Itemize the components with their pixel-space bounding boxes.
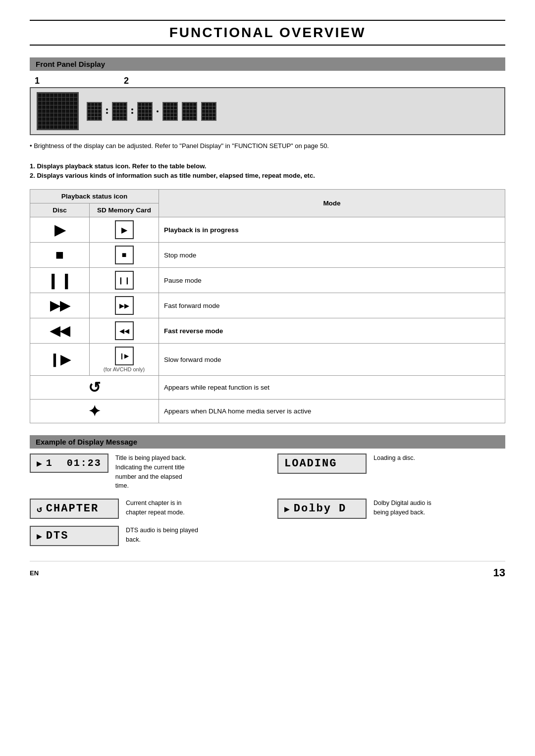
page-title: FUNCTIONAL OVERVIEW [30, 20, 505, 46]
desc-dolby: Dolby Digital audio is being played back… [374, 499, 431, 517]
mode-ff: Fast forward mode [159, 293, 505, 318]
repeat-icon-chapter: ↺ [37, 504, 43, 514]
front-panel-display-image [30, 87, 505, 135]
label-1: 1 [35, 76, 124, 86]
example-item-dolby: ▶ Dolby D Dolby Digital audio is being p… [277, 499, 505, 519]
label-2: 2 [124, 76, 129, 86]
desc-loading: Loading a disc. [374, 454, 415, 463]
sd-icon-play: ▶ [90, 217, 159, 243]
play-icon-dolby: ▶ [284, 504, 291, 514]
lcd-dts: ▶ DTS [30, 526, 119, 546]
desc-dts: DTS audio is being played back. [126, 526, 198, 545]
disc-icon-play: ▶ [30, 217, 90, 243]
example-display-grid: ▶ 1 01:23 Title is being played back. In… [30, 454, 505, 519]
lcd-text-dts: DTS [46, 530, 69, 542]
example-item-chapter: ↺ CHAPTER Current chapter is in chapter … [30, 499, 258, 519]
play-icon-dts: ▶ [37, 531, 43, 542]
table-row: ↺ Appears while repeat function is set [30, 376, 505, 400]
table-header-playback-status: Playback status icon [30, 190, 159, 203]
table-header-disc: Disc [30, 203, 90, 217]
disc-icon-fr: ◀◀ [30, 318, 90, 344]
sd-icon-fr: ◀◀ [90, 318, 159, 344]
table-row: ✦ Appears when DLNA home media server is… [30, 400, 505, 423]
disc-icon-sf: ❙▶ [30, 344, 90, 376]
sd-icon-stop: ■ [90, 243, 159, 268]
disc-icon-stop: ■ [30, 243, 90, 268]
disc-icon-ff: ▶▶ [30, 293, 90, 318]
desc-chapter: Current chapter is in chapter repeat mod… [126, 499, 185, 517]
table-header-sd: SD Memory Card [90, 203, 159, 217]
table-row: ■ ■ Stop mode [30, 243, 505, 268]
section-header-front-panel: Front Panel Display [30, 57, 505, 71]
example-item-dts: ▶ DTS DTS audio is being played back. [30, 526, 505, 546]
lcd-text-play: 1 01:23 [46, 457, 102, 469]
mode-repeat: Appears while repeat function is set [159, 376, 505, 400]
mode-pause: Pause mode [159, 268, 505, 293]
disc-icon-pause: ❙❙ [30, 268, 90, 293]
table-row: ❙▶ ❙▶ (for AVCHD only) Slow forward mode [30, 344, 505, 376]
sd-icon-pause: ❙❙ [90, 268, 159, 293]
playback-status-table: Playback status icon Mode Disc SD Memory… [30, 189, 505, 423]
display-number-labels: 1 2 [30, 76, 505, 86]
icon-dlna: ✦ [30, 400, 159, 423]
example-item-loading: LOADING Loading a disc. [277, 454, 505, 491]
page-footer: EN 13 [30, 561, 505, 579]
lcd-play-title: ▶ 1 01:23 [30, 454, 108, 473]
page-number: 13 [493, 566, 505, 579]
brightness-note: • Brightness of the display can be adjus… [30, 142, 505, 150]
table-row: ◀◀ ◀◀ Fast reverse mode [30, 318, 505, 344]
table-header-mode: Mode [159, 190, 505, 217]
lcd-text-loading: LOADING [284, 457, 337, 470]
section-header-example: Example of Display Message [30, 435, 505, 449]
bold-note-2: 2. Displays various kinds of information… [30, 172, 505, 179]
desc-play-title: Title is being played back. Indicating t… [115, 454, 186, 491]
mode-sf: Slow forward mode [159, 344, 505, 376]
example-item-play-title: ▶ 1 01:23 Title is being played back. In… [30, 454, 258, 491]
icon-repeat: ↺ [30, 376, 159, 400]
avchd-note: (for AVCHD only) [104, 366, 145, 372]
mode-dlna: Appears when DLNA home media server is a… [159, 400, 505, 423]
lcd-loading: LOADING [277, 454, 367, 474]
mode-play: Playback is in progress [159, 217, 505, 243]
sd-icon-sf: ❙▶ (for AVCHD only) [90, 344, 159, 376]
table-row: ▶▶ ▶▶ Fast forward mode [30, 293, 505, 318]
footer-en-label: EN [30, 569, 39, 577]
lcd-chapter: ↺ CHAPTER [30, 499, 119, 519]
play-icon-1: ▶ [37, 458, 43, 469]
mode-stop: Stop mode [159, 243, 505, 268]
sd-icon-ff: ▶▶ [90, 293, 159, 318]
lcd-text-dolby: Dolby D [294, 503, 346, 515]
bold-note-1: 1. Displays playback status icon. Refer … [30, 162, 505, 170]
table-row: ❙❙ ❙❙ Pause mode [30, 268, 505, 293]
table-row: ▶ ▶ Playback is in progress [30, 217, 505, 243]
lcd-text-chapter: CHAPTER [46, 503, 99, 515]
lcd-dolby: ▶ Dolby D [277, 499, 367, 519]
mode-fr: Fast reverse mode [159, 318, 505, 344]
